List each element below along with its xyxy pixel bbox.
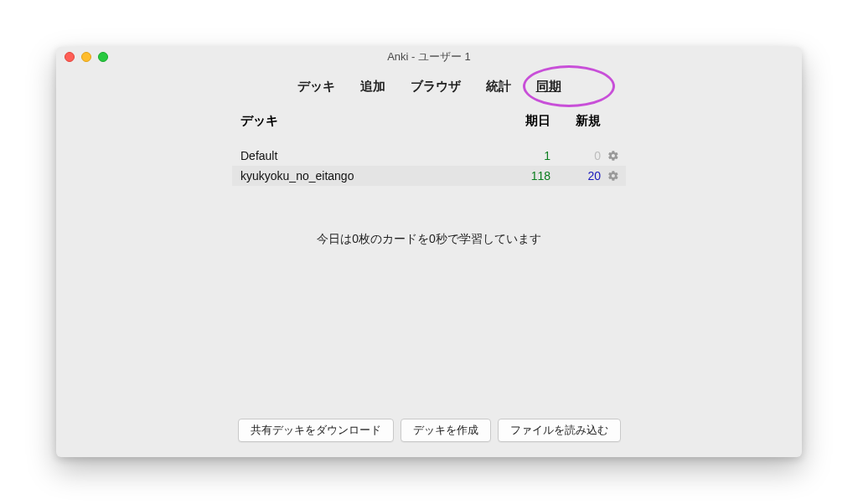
- deck-name[interactable]: Default: [232, 149, 500, 162]
- titlebar: Anki - ユーザー 1: [56, 47, 802, 67]
- study-status-text: 今日は0枚のカードを0秒で学習しています: [232, 232, 626, 247]
- zoom-icon[interactable]: [98, 52, 108, 62]
- deck-options-button[interactable]: [601, 170, 626, 182]
- app-window: Anki - ユーザー 1 デッキ 追加 ブラウザ 統計 同期 デッキ 期日 新…: [56, 47, 802, 457]
- col-header-gear: [601, 113, 626, 129]
- column-headers: デッキ 期日 新規: [232, 110, 626, 146]
- col-header-new: 新規: [550, 113, 601, 129]
- deck-due-count: 1: [500, 149, 550, 162]
- gear-icon: [607, 170, 619, 182]
- create-deck-button[interactable]: デッキを作成: [401, 419, 491, 442]
- gear-icon: [607, 150, 619, 162]
- col-header-due: 期日: [500, 113, 550, 129]
- toolbar-stats[interactable]: 統計: [486, 79, 511, 95]
- window-title: Anki - ユーザー 1: [63, 47, 795, 67]
- toolbar-sync[interactable]: 同期: [536, 79, 561, 95]
- deck-options-button[interactable]: [601, 150, 626, 162]
- close-icon[interactable]: [65, 52, 75, 62]
- table-row: Default 1 0: [232, 146, 626, 166]
- main-toolbar: デッキ 追加 ブラウザ 統計 同期: [56, 67, 802, 110]
- footer-buttons: 共有デッキをダウンロード デッキを作成 ファイルを読み込む: [56, 419, 802, 442]
- import-file-button[interactable]: ファイルを読み込む: [498, 419, 621, 442]
- deck-new-count: 20: [550, 169, 601, 183]
- toolbar-browser[interactable]: ブラウザ: [411, 79, 461, 95]
- deck-name[interactable]: kyukyoku_no_eitango: [232, 169, 500, 183]
- minimize-icon[interactable]: [81, 52, 91, 62]
- table-row: kyukyoku_no_eitango 118 20: [232, 166, 626, 186]
- toolbar-add[interactable]: 追加: [360, 79, 385, 95]
- toolbar-decks[interactable]: デッキ: [297, 79, 335, 95]
- download-shared-button[interactable]: 共有デッキをダウンロード: [238, 419, 394, 442]
- deck-due-count: 118: [500, 169, 550, 183]
- window-controls: [65, 52, 108, 62]
- col-header-deck: デッキ: [232, 113, 500, 129]
- deck-new-count: 0: [550, 149, 601, 162]
- deck-list-area: デッキ 期日 新規 Default 1 0 kyukyoku_no_eitang…: [232, 110, 626, 247]
